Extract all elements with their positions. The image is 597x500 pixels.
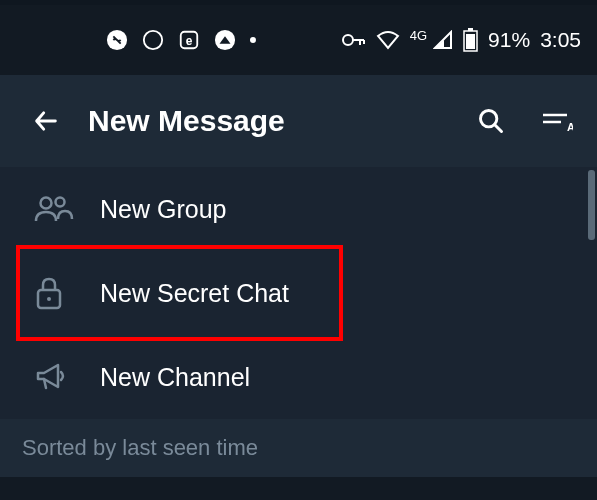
svg-point-20	[47, 297, 51, 301]
svg-rect-11	[466, 34, 475, 49]
megaphone-icon	[34, 361, 100, 393]
battery-icon	[463, 28, 478, 52]
back-arrow-icon[interactable]	[32, 107, 60, 135]
sort-icon[interactable]: A	[541, 107, 573, 135]
wifi-icon	[376, 30, 400, 50]
svg-point-17	[41, 198, 52, 209]
menu-item-label: New Group	[100, 195, 226, 224]
mute-icon	[106, 29, 128, 51]
menu-item-new-channel[interactable]: New Channel	[0, 335, 597, 419]
menu-item-label: New Secret Chat	[100, 279, 289, 308]
sort-label: Sorted by last seen time	[22, 435, 258, 460]
menu-list: New Group New Secret Chat New Channel	[0, 167, 597, 419]
menu-item-new-group[interactable]: New Group	[0, 167, 597, 251]
signal-icon	[433, 30, 453, 50]
lock-icon	[34, 276, 100, 310]
network-type: 4G	[410, 28, 427, 43]
scrollbar-thumb[interactable]	[588, 170, 595, 240]
group-icon	[34, 194, 100, 224]
svg-point-1	[144, 31, 162, 49]
battery-percent: 91%	[488, 28, 530, 52]
svg-text:e: e	[186, 34, 193, 48]
clock-time: 3:05	[540, 28, 581, 52]
search-icon[interactable]	[477, 107, 505, 135]
browser-icon: e	[178, 29, 200, 51]
svg-point-18	[56, 198, 65, 207]
vpn-icon	[214, 29, 236, 51]
app-bar: New Message A	[0, 75, 597, 167]
page-title: New Message	[88, 104, 477, 138]
menu-item-label: New Channel	[100, 363, 250, 392]
key-icon	[342, 33, 366, 47]
svg-point-5	[343, 35, 353, 45]
sort-section: Sorted by last seen time	[0, 419, 597, 477]
dot-separator	[250, 37, 256, 43]
menu-item-new-secret-chat[interactable]: New Secret Chat	[0, 251, 597, 335]
moon-icon	[142, 29, 164, 51]
status-bar: e 4G 91% 3:05	[0, 5, 597, 75]
svg-line-13	[495, 125, 502, 132]
svg-text:A: A	[567, 121, 573, 133]
